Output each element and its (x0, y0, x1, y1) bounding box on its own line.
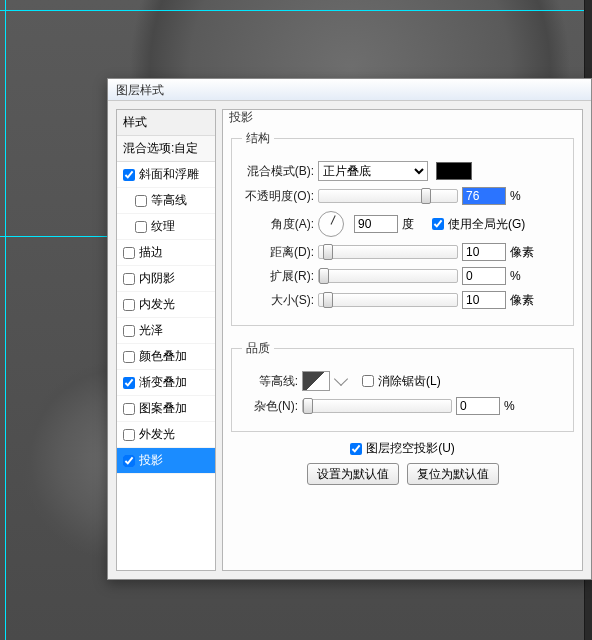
style-item-checkbox[interactable] (123, 429, 135, 441)
style-item-checkbox[interactable] (135, 195, 147, 207)
size-slider[interactable] (318, 293, 458, 307)
angle-unit: 度 (402, 216, 428, 233)
global-light-checkbox[interactable]: 使用全局光(G) (432, 216, 525, 233)
style-item-8[interactable]: 渐变叠加 (117, 370, 215, 396)
style-item-checkbox[interactable] (123, 169, 135, 181)
style-item-4[interactable]: 内阴影 (117, 266, 215, 292)
style-item-label: 纹理 (151, 218, 175, 235)
style-item-label: 描边 (139, 244, 163, 261)
antialias-checkbox[interactable]: 消除锯齿(L) (362, 373, 441, 390)
antialias-label: 消除锯齿(L) (378, 373, 441, 390)
style-item-11[interactable]: 投影 (117, 448, 215, 474)
size-label: 大小(S): (242, 292, 314, 309)
guide-vertical (5, 0, 6, 640)
style-item-checkbox[interactable] (123, 403, 135, 415)
distance-slider[interactable] (318, 245, 458, 259)
global-light-box[interactable] (432, 218, 444, 230)
angle-needle-icon (331, 215, 336, 224)
angle-input[interactable]: 90 (354, 215, 398, 233)
knockout-label: 图层挖空投影(U) (366, 440, 455, 457)
blending-options-label: 混合选项:自定 (123, 140, 198, 157)
style-item-label: 投影 (139, 452, 163, 469)
blend-mode-label: 混合模式(B): (242, 163, 314, 180)
style-item-10[interactable]: 外发光 (117, 422, 215, 448)
noise-input[interactable]: 0 (456, 397, 500, 415)
styles-list: 样式 混合选项:自定 斜面和浮雕等高线纹理描边内阴影内发光光泽颜色叠加渐变叠加图… (116, 109, 216, 571)
spread-label: 扩展(R): (242, 268, 314, 285)
blending-options-row[interactable]: 混合选项:自定 (117, 136, 215, 162)
distance-label: 距离(D): (242, 244, 314, 261)
style-item-3[interactable]: 描边 (117, 240, 215, 266)
style-item-7[interactable]: 颜色叠加 (117, 344, 215, 370)
styles-header: 样式 (117, 110, 215, 136)
spread-unit: % (510, 269, 540, 283)
style-item-checkbox[interactable] (135, 221, 147, 233)
knockout-box[interactable] (350, 443, 362, 455)
opacity-input[interactable]: 76 (462, 187, 506, 205)
style-item-checkbox[interactable] (123, 455, 135, 467)
slider-thumb-icon[interactable] (303, 398, 313, 414)
quality-legend: 品质 (242, 340, 274, 357)
global-light-label: 使用全局光(G) (448, 216, 525, 233)
reset-default-button[interactable]: 复位为默认值 (407, 463, 499, 485)
style-item-checkbox[interactable] (123, 247, 135, 259)
style-item-5[interactable]: 内发光 (117, 292, 215, 318)
dialog-body: 样式 混合选项:自定 斜面和浮雕等高线纹理描边内阴影内发光光泽颜色叠加渐变叠加图… (108, 101, 591, 579)
structure-legend: 结构 (242, 130, 274, 147)
slider-thumb-icon[interactable] (319, 268, 329, 284)
slider-thumb-icon[interactable] (421, 188, 431, 204)
slider-thumb-icon[interactable] (323, 244, 333, 260)
contour-picker[interactable] (302, 371, 330, 391)
panel-title: 投影 (229, 109, 253, 126)
shadow-color-swatch[interactable] (436, 162, 472, 180)
style-item-label: 光泽 (139, 322, 163, 339)
spread-slider[interactable] (318, 269, 458, 283)
style-item-1[interactable]: 等高线 (117, 188, 215, 214)
contour-label: 等高线: (242, 373, 298, 390)
knockout-checkbox[interactable]: 图层挖空投影(U) (350, 440, 455, 457)
style-item-checkbox[interactable] (123, 377, 135, 389)
layer-style-dialog: 图层样式 样式 混合选项:自定 斜面和浮雕等高线纹理描边内阴影内发光光泽颜色叠加… (107, 78, 592, 580)
dialog-title: 图层样式 (108, 79, 591, 101)
style-item-label: 外发光 (139, 426, 175, 443)
noise-slider[interactable] (302, 399, 452, 413)
make-default-button[interactable]: 设置为默认值 (307, 463, 399, 485)
blend-mode-select[interactable]: 正片叠底 (318, 161, 428, 181)
settings-panel: 投影 结构 混合模式(B): 正片叠底 不透明度(O): 76 % (222, 109, 583, 571)
style-item-checkbox[interactable] (123, 325, 135, 337)
style-item-0[interactable]: 斜面和浮雕 (117, 162, 215, 188)
style-item-9[interactable]: 图案叠加 (117, 396, 215, 422)
style-item-label: 渐变叠加 (139, 374, 187, 391)
angle-label: 角度(A): (242, 216, 314, 233)
size-unit: 像素 (510, 292, 540, 309)
style-item-label: 等高线 (151, 192, 187, 209)
opacity-slider[interactable] (318, 189, 458, 203)
distance-unit: 像素 (510, 244, 540, 261)
noise-unit: % (504, 399, 534, 413)
style-item-checkbox[interactable] (123, 273, 135, 285)
noise-label: 杂色(N): (242, 398, 298, 415)
size-input[interactable]: 10 (462, 291, 506, 309)
spread-input[interactable]: 0 (462, 267, 506, 285)
style-item-2[interactable]: 纹理 (117, 214, 215, 240)
quality-group: 品质 等高线: 消除锯齿(L) 杂色(N): 0 % (231, 340, 574, 432)
style-item-label: 内阴影 (139, 270, 175, 287)
style-item-label: 斜面和浮雕 (139, 166, 199, 183)
style-item-label: 内发光 (139, 296, 175, 313)
style-item-label: 颜色叠加 (139, 348, 187, 365)
angle-dial[interactable] (318, 211, 344, 237)
slider-thumb-icon[interactable] (323, 292, 333, 308)
structure-group: 结构 混合模式(B): 正片叠底 不透明度(O): 76 % 角度(A): (231, 130, 574, 326)
style-item-checkbox[interactable] (123, 351, 135, 363)
style-item-6[interactable]: 光泽 (117, 318, 215, 344)
distance-input[interactable]: 10 (462, 243, 506, 261)
style-item-label: 图案叠加 (139, 400, 187, 417)
opacity-unit: % (510, 189, 540, 203)
style-item-checkbox[interactable] (123, 299, 135, 311)
chevron-down-icon[interactable] (334, 372, 348, 386)
opacity-label: 不透明度(O): (242, 188, 314, 205)
antialias-box[interactable] (362, 375, 374, 387)
guide-horizontal (0, 10, 592, 11)
